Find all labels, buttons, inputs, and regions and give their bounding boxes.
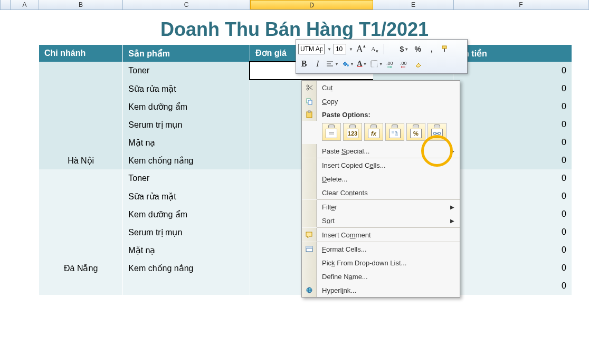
- cell-amount[interactable]: 0: [453, 205, 572, 223]
- increase-decimal-icon: .00: [386, 60, 396, 68]
- paste-formatting-button[interactable]: %: [406, 123, 425, 141]
- col-header-b[interactable]: B: [39, 0, 123, 9]
- menu-insert-copied-cells[interactable]: Insert Copied Cells...: [302, 158, 460, 172]
- comma-button[interactable]: ,: [426, 43, 438, 55]
- clear-format-button[interactable]: [413, 58, 424, 70]
- cell-branch[interactable]: [39, 116, 123, 133]
- cell-branch[interactable]: [39, 205, 123, 223]
- menu-clear-contents[interactable]: Clear Contents: [302, 186, 460, 199]
- paste-all-button[interactable]: [322, 123, 341, 141]
- th-branch[interactable]: Chi nhánh: [39, 45, 123, 62]
- decrease-decimal-icon: .00: [400, 60, 410, 68]
- cell-product[interactable]: Toner: [123, 62, 250, 80]
- cell-product[interactable]: Mặt nạ: [123, 133, 250, 151]
- th-amount[interactable]: nh tiền: [453, 45, 572, 62]
- svg-rect-14: [308, 100, 312, 104]
- cell-product[interactable]: Toner: [123, 169, 250, 187]
- svg-point-5: [347, 64, 349, 66]
- align-button[interactable]: ▼: [326, 58, 339, 70]
- cell-branch[interactable]: [39, 241, 123, 259]
- cell-product[interactable]: Serum trị mụn: [123, 116, 250, 133]
- cell-product[interactable]: Sữa rửa mặt: [123, 187, 250, 205]
- font-size-input[interactable]: [334, 44, 346, 54]
- font-name-input[interactable]: [298, 44, 325, 54]
- fill-color-button[interactable]: ▼: [341, 58, 354, 70]
- svg-text:.00: .00: [386, 61, 393, 66]
- brush-icon: [441, 45, 450, 53]
- font-size-dropdown-icon[interactable]: ▼: [349, 47, 353, 52]
- italic-button[interactable]: I: [312, 58, 324, 70]
- col-header-f[interactable]: F: [454, 0, 588, 9]
- copy-icon: [305, 97, 314, 106]
- cell-branch[interactable]: [39, 80, 123, 98]
- paste-transpose-button[interactable]: [385, 123, 404, 141]
- decrease-font-button[interactable]: A▾: [369, 43, 381, 55]
- menu-delete[interactable]: Delete...: [302, 172, 460, 186]
- cell-amount[interactable]: 0: [453, 80, 572, 98]
- menu-define-name[interactable]: Define Name...: [302, 270, 460, 283]
- font-color-button[interactable]: A▼: [356, 58, 368, 70]
- paste-formulas-button[interactable]: fx: [364, 123, 383, 141]
- cell-amount[interactable]: 0: [453, 241, 572, 259]
- col-header-c[interactable]: C: [123, 0, 250, 9]
- cell-amount[interactable]: 0: [453, 133, 572, 151]
- menu-filter[interactable]: Filter ▶: [302, 200, 460, 214]
- menu-copy[interactable]: Copy: [302, 94, 460, 108]
- menu-cut[interactable]: Cut: [302, 81, 460, 94]
- paste-values-button[interactable]: 123: [343, 123, 362, 141]
- cell-product[interactable]: Sữa rửa mặt: [123, 80, 250, 98]
- cell-amount[interactable]: 0: [453, 169, 572, 187]
- th-product[interactable]: Sản phẩm: [123, 45, 250, 62]
- svg-rect-0: [442, 46, 446, 49]
- percent-button[interactable]: %: [412, 43, 424, 55]
- col-header-e[interactable]: E: [373, 0, 454, 9]
- paste-link-button[interactable]: [428, 123, 446, 141]
- menu-insert-comment[interactable]: Insert Comment: [302, 228, 460, 242]
- cell-product[interactable]: Kem chống nắng: [123, 259, 250, 277]
- cell-branch[interactable]: [39, 169, 123, 187]
- cell-amount[interactable]: 0: [453, 98, 572, 116]
- menu-paste-special[interactable]: Paste Special... ▶: [302, 144, 460, 158]
- cell-branch[interactable]: Hà Nội: [39, 151, 123, 169]
- format-cells-icon: [305, 245, 314, 253]
- cell-branch[interactable]: [39, 62, 123, 80]
- font-name-dropdown-icon[interactable]: ▼: [327, 47, 331, 52]
- format-painter-icon[interactable]: [440, 43, 451, 55]
- cell-branch[interactable]: [39, 223, 123, 241]
- cell-product[interactable]: Kem dưỡng ẩm: [123, 205, 250, 223]
- col-header-a[interactable]: A: [11, 0, 39, 9]
- cell-branch[interactable]: [39, 187, 123, 205]
- cell-amount[interactable]: 0: [453, 259, 572, 277]
- currency-button[interactable]: $▼: [398, 43, 410, 55]
- cell-amount[interactable]: 0: [453, 116, 572, 133]
- svg-rect-15: [307, 112, 312, 118]
- cell-product[interactable]: [123, 277, 250, 295]
- increase-decimal-button[interactable]: .00: [385, 58, 397, 70]
- col-header-d[interactable]: D: [250, 0, 373, 9]
- menu-format-cells[interactable]: Format Cells...: [302, 242, 460, 256]
- submenu-arrow-icon: ▶: [450, 218, 460, 224]
- cell-amount[interactable]: 0: [453, 151, 572, 169]
- cell-product[interactable]: Mặt nạ: [123, 241, 250, 259]
- cell-product[interactable]: Kem chống nắng: [123, 151, 250, 169]
- cell-amount[interactable]: 0: [453, 187, 572, 205]
- svg-rect-21: [395, 133, 398, 136]
- cell-branch[interactable]: [39, 98, 123, 116]
- cell-amount[interactable]: 0: [453, 277, 572, 295]
- bold-button[interactable]: B: [298, 58, 310, 70]
- increase-font-button[interactable]: A▴: [355, 43, 367, 55]
- borders-button[interactable]: ▼: [370, 58, 383, 70]
- cell-product[interactable]: Kem dưỡng ẩm: [123, 98, 250, 116]
- menu-sort[interactable]: Sort ▶: [302, 214, 460, 227]
- menu-pick-from-list[interactable]: Pick From Drop-down List...: [302, 256, 460, 270]
- cell-amount[interactable]: 0: [453, 62, 572, 80]
- cell-branch[interactable]: [39, 133, 123, 151]
- menu-hyperlink[interactable]: Hyperlink...: [302, 283, 460, 297]
- cell-amount[interactable]: 0: [453, 223, 572, 241]
- eraser-icon: [414, 60, 423, 68]
- select-all-corner[interactable]: [0, 0, 11, 9]
- decrease-decimal-button[interactable]: .00: [399, 58, 411, 70]
- cell-branch[interactable]: [39, 277, 123, 295]
- cell-branch[interactable]: Đà Nẵng: [39, 259, 123, 277]
- cell-product[interactable]: Serum trị mụn: [123, 223, 250, 241]
